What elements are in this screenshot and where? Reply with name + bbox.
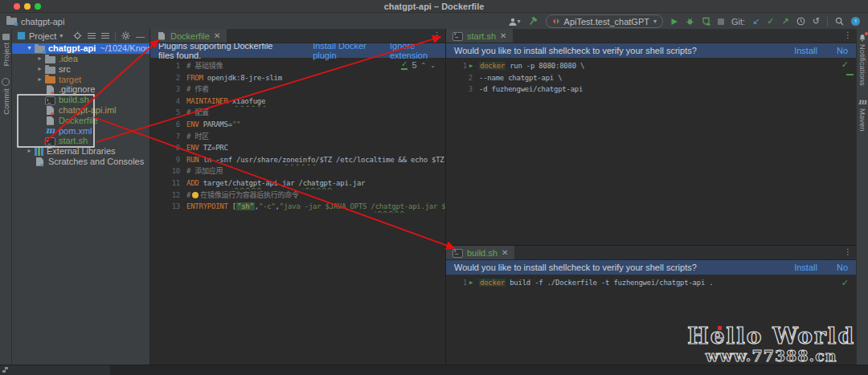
tool-window-tab-project[interactable]: Project	[2, 34, 10, 67]
project-tree-items: ▸.idea▸src▸target.gitignorebuild.shchatg…	[12, 54, 149, 167]
gutter: 10	[150, 165, 186, 177]
git-push-icon[interactable]: ↗	[782, 15, 789, 28]
dismiss-link[interactable]: No	[837, 46, 848, 55]
close-tab-icon[interactable]: ✕	[500, 31, 506, 40]
ide-update-icon[interactable]: ↑	[851, 17, 860, 26]
run-with-coverage-button[interactable]	[702, 15, 710, 28]
dismiss-link[interactable]: No	[837, 263, 848, 272]
code-line[interactable]: 9RUN ln -snf /usr/share/zoneinfo/$TZ /et…	[150, 154, 445, 166]
close-tab-icon[interactable]: ✕	[502, 248, 508, 257]
tree-item-label: start.sh	[59, 136, 88, 146]
run-configuration-select[interactable]: ApiTest.test_chatGPT ▾	[546, 14, 663, 28]
project-view-select[interactable]: Project	[29, 31, 56, 41]
project-panel: Project ▾ — ▾	[12, 29, 150, 365]
tree-row-chatgpt-api-iml[interactable]: chatgpt-api.iml	[12, 105, 149, 116]
code-line[interactable]: 3-d fuzhengwei/chatgpt-api	[446, 84, 856, 96]
close-tab-icon[interactable]: ✕	[214, 31, 220, 40]
install-shellcheck-link[interactable]: Install	[794, 46, 817, 55]
tab-build-sh[interactable]: build.sh ✕	[446, 246, 514, 259]
notifications-bell-icon	[858, 34, 866, 42]
tree-row-dockerfile[interactable]: Dockerfile	[12, 116, 149, 126]
code-line[interactable]: 2--name chatgpt-api \	[446, 72, 856, 84]
hide-panel-icon[interactable]: —	[136, 31, 145, 41]
tree-row-external-libraries[interactable]: ▸External Libraries	[12, 146, 149, 157]
user-account-button[interactable]: ▾	[508, 15, 521, 28]
folder-excluded-icon	[45, 76, 55, 84]
maven-file-icon: m	[45, 126, 55, 135]
tab-dockerfile[interactable]: Dockerfile ✕	[150, 29, 227, 43]
tree-item-label: Dockerfile	[59, 116, 98, 126]
tree-row-start-sh[interactable]: start.sh	[12, 136, 149, 146]
code-token: # 时区	[186, 132, 209, 141]
code-token: openjdk:8-jre-slim	[203, 74, 282, 82]
run-line-icon[interactable]: ▶	[469, 277, 473, 289]
run-button[interactable]	[670, 15, 678, 28]
code-line[interactable]: 11ADD target/chatgpt-api.jar /chatgpt-ap…	[150, 177, 445, 190]
locate-file-icon[interactable]	[73, 31, 82, 40]
expand-all-icon[interactable]	[88, 33, 96, 39]
code-line[interactable]: 3# 作者	[150, 84, 445, 96]
project-name-button[interactable]: chatgpt-api	[21, 17, 64, 26]
inspection-widget[interactable]: ✓ 5 ⌃ ⌄	[401, 60, 436, 70]
code-line[interactable]: 6ENV PARAMS=""	[150, 119, 445, 131]
code-line[interactable]: 13ENTRYPOINT ["sh","-c","java -jar $JAVA…	[150, 201, 445, 213]
rollback-icon[interactable]: ↺	[813, 15, 820, 28]
tree-row-src[interactable]: ▸src	[12, 64, 149, 75]
install-shellcheck-link[interactable]: Install	[794, 263, 817, 272]
collapse-all-icon[interactable]	[101, 33, 109, 39]
code-area-bottom_right[interactable]: 1▶docker build -f ./Dockerfile -t fuzhen…	[446, 275, 856, 365]
code-line[interactable]: 7# 时区	[150, 131, 445, 143]
search-everywhere-icon[interactable]	[835, 15, 844, 28]
stop-button[interactable]	[718, 15, 724, 28]
tree-item-label: src	[59, 64, 71, 75]
code-line[interactable]: 1▶docker run -p 8080:8080 \	[446, 60, 856, 72]
build-sh-tab-bar: build.sh ✕ ⋮	[446, 246, 856, 260]
prev-problem-icon[interactable]: ⌃	[421, 62, 427, 69]
tree-row--gitignore[interactable]: .gitignore	[12, 84, 149, 95]
chevron-down-icon[interactable]: ▾	[24, 43, 35, 54]
tree-row--idea[interactable]: ▸.idea	[12, 54, 149, 64]
tree-row-target[interactable]: ▸target	[12, 75, 149, 85]
right-tool-window-stripe: Notifications m Maven	[856, 29, 868, 365]
history-clock-icon[interactable]	[796, 15, 805, 28]
code-token: "sh"	[236, 202, 255, 210]
tab-options-kebab-icon[interactable]: ⋮	[844, 247, 852, 256]
code-line[interactable]: 12#在镜像运行为容器后执行的命令	[150, 190, 445, 202]
tab-options-kebab-icon[interactable]: ⋮	[844, 31, 852, 39]
tab-start-sh[interactable]: start.sh ✕	[446, 29, 513, 43]
tree-row-build-sh[interactable]: build.sh	[12, 95, 149, 105]
tool-window-tab-commit[interactable]: Commit	[2, 78, 10, 115]
junit-config-icon	[552, 18, 560, 25]
line-number: 3	[176, 84, 180, 96]
tree-row-pom-xml[interactable]: mpom.xml	[12, 126, 149, 137]
code-token: --name chatgpt-api \	[479, 74, 562, 82]
code-line[interactable]: 5# 配置	[150, 107, 445, 119]
build-hammer-icon[interactable]	[528, 15, 538, 28]
settings-gear-icon[interactable]	[121, 31, 130, 40]
code-line[interactable]: 2FROM openjdk:8-jre-slim	[150, 72, 445, 84]
line-number: 7	[176, 131, 180, 143]
gutter: 9	[150, 154, 186, 166]
chevron-right-icon[interactable]: ▸	[24, 146, 35, 157]
code-line[interactable]: 8ENV TZ=PRC	[150, 142, 445, 154]
chevron-right-icon[interactable]: ▸	[35, 75, 45, 85]
tool-window-switcher-icon[interactable]	[2, 367, 8, 373]
code-line[interactable]: 1▶docker build -f ./Dockerfile -t fuzhen…	[446, 277, 856, 289]
code-line[interactable]: 4MAINTAINER xiaofuge	[150, 96, 445, 108]
tree-row-project-root[interactable]: ▾ chatgpt-api ~/1024/KnowledgePlane	[12, 43, 149, 54]
next-problem-icon[interactable]: ⌄	[430, 62, 436, 69]
code-area-center[interactable]: 1# 基础镜像2FROM openjdk:8-jre-slim3# 作者4MAI…	[150, 58, 445, 365]
debug-button[interactable]	[686, 15, 694, 28]
code-line[interactable]: 10# 添加应用	[150, 165, 445, 177]
chevron-right-icon[interactable]: ▸	[35, 64, 45, 75]
tool-window-tab-maven[interactable]: m Maven	[858, 97, 867, 132]
git-commit-icon[interactable]: ✓	[767, 15, 774, 28]
code-area-top_right[interactable]: 1▶docker run -p 8080:8080 \2--name chatg…	[446, 58, 856, 245]
tree-row-scratches-and-consoles[interactable]: Scratches and Consoles	[12, 157, 149, 167]
tab-options-kebab-icon[interactable]: ⋮	[433, 31, 441, 39]
tool-window-tab-notifications[interactable]: Notifications	[858, 34, 867, 86]
code-token: # 添加应用	[186, 167, 223, 175]
git-update-icon[interactable]: ↙	[752, 15, 760, 28]
chevron-right-icon[interactable]: ▸	[35, 54, 45, 64]
run-line-icon[interactable]: ▶	[469, 60, 473, 72]
